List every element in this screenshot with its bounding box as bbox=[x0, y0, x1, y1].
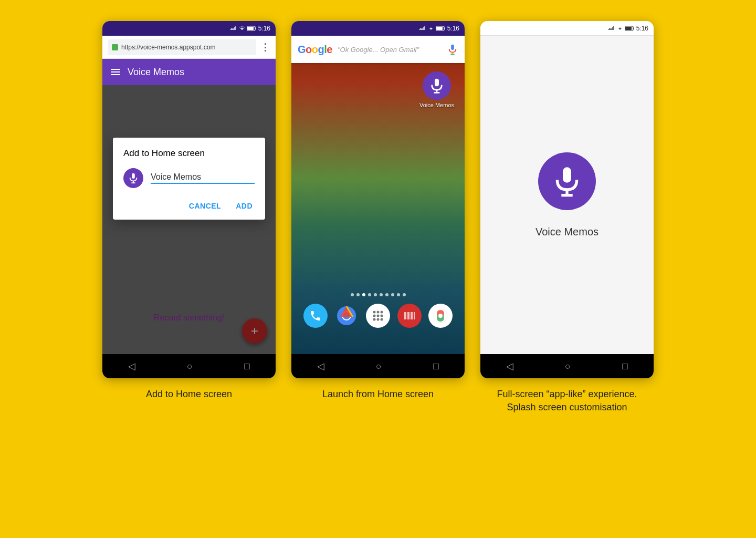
wifi-icon-2 bbox=[428, 26, 434, 31]
status-icons-3 bbox=[608, 26, 634, 31]
chrome-bar: https://voice-memos.appspot.com ⋮ bbox=[102, 36, 276, 59]
dialog-buttons: CANCEL ADD bbox=[123, 199, 255, 213]
menu-dots[interactable]: ⋮ bbox=[260, 43, 270, 52]
dock-phone-icon[interactable] bbox=[303, 304, 328, 328]
svg-rect-11 bbox=[451, 45, 454, 50]
back-button-2[interactable]: ◁ bbox=[317, 360, 324, 372]
signal-icon-2 bbox=[419, 26, 426, 31]
recents-button[interactable]: □ bbox=[244, 361, 250, 372]
svg-rect-30 bbox=[404, 312, 406, 319]
url-text: https://voice-memos.appspot.com bbox=[121, 44, 215, 51]
mic-icon bbox=[128, 172, 139, 184]
home-button-3[interactable]: ○ bbox=[565, 361, 571, 372]
signal-icon-3 bbox=[608, 26, 615, 31]
svg-point-23 bbox=[373, 315, 375, 317]
google-hint: "Ok Google... Open Gmail" bbox=[338, 46, 442, 54]
splash-mic-bg bbox=[538, 152, 596, 210]
phone3: 5:16 Voice Memos bbox=[480, 21, 654, 378]
dot-2 bbox=[356, 293, 360, 296]
google-search-bar[interactable]: Google "Ok Google... Open Gmail" bbox=[291, 36, 465, 63]
svg-point-20 bbox=[373, 311, 375, 314]
phone1-nav-bar: ◁ ○ □ bbox=[102, 354, 276, 378]
home-button-2[interactable]: ○ bbox=[376, 361, 382, 372]
dot-3 bbox=[362, 293, 365, 296]
phone3-container: 5:16 Voice Memos bbox=[480, 21, 654, 414]
svg-marker-36 bbox=[608, 26, 614, 30]
chrome-icon bbox=[336, 305, 357, 326]
svg-rect-3 bbox=[247, 27, 254, 30]
back-button-3[interactable]: ◁ bbox=[506, 360, 513, 372]
phone3-caption: Full-screen “app-like” experience. Splas… bbox=[497, 388, 637, 414]
svg-rect-40 bbox=[563, 167, 571, 182]
dot-6 bbox=[380, 293, 383, 296]
cancel-button[interactable]: CANCEL bbox=[187, 199, 223, 213]
mic-badge bbox=[123, 168, 143, 188]
svg-rect-10 bbox=[436, 27, 443, 30]
svg-point-26 bbox=[373, 318, 375, 321]
phone2-container: 5:16 Google "Ok Google... Open Gmail" bbox=[291, 21, 465, 401]
dialog-input-row: Voice Memos bbox=[123, 168, 255, 188]
lock-icon bbox=[112, 44, 118, 50]
add-to-homescreen-dialog: Add to Home screen bbox=[113, 138, 265, 220]
phone2-caption: Launch from Home screen bbox=[322, 388, 434, 401]
google-mic-icon[interactable] bbox=[447, 44, 458, 55]
phone2-status-bar: 5:16 bbox=[291, 21, 465, 36]
homescreen-icon-label: Voice Memos bbox=[419, 102, 454, 108]
dialog-overlay: Add to Home screen bbox=[102, 85, 276, 354]
dock-video-icon[interactable] bbox=[397, 304, 422, 328]
svg-point-22 bbox=[380, 311, 383, 314]
hamburger-line-3 bbox=[111, 74, 120, 75]
svg-point-25 bbox=[380, 315, 383, 317]
hamburger-icon[interactable] bbox=[111, 69, 120, 75]
svg-rect-2 bbox=[255, 28, 256, 29]
app-name-input[interactable]: Voice Memos bbox=[151, 172, 255, 184]
dock-chrome-icon[interactable] bbox=[334, 304, 359, 328]
phone2: 5:16 Google "Ok Google... Open Gmail" bbox=[291, 21, 465, 378]
input-value: Voice Memos bbox=[151, 172, 201, 181]
homescreen-app-icon[interactable]: Voice Memos bbox=[419, 71, 454, 108]
app-mic-icon bbox=[428, 77, 445, 94]
svg-point-21 bbox=[376, 311, 379, 314]
back-button[interactable]: ◁ bbox=[128, 360, 135, 372]
dot-4 bbox=[368, 293, 371, 296]
wifi-icon-3 bbox=[617, 26, 623, 31]
phone-icon bbox=[309, 309, 322, 322]
phone1-content: Record something! + Add to Home screen bbox=[102, 85, 276, 354]
phone3-content: Voice Memos bbox=[480, 36, 654, 354]
phone3-nav-bar: ◁ ○ □ bbox=[480, 354, 654, 378]
phone1-container: 5:16 https://voice-memos.appspot.com ⋮ V… bbox=[102, 21, 276, 401]
dock-photos-icon[interactable] bbox=[428, 304, 453, 328]
dot-10 bbox=[403, 293, 406, 296]
home-button[interactable]: ○ bbox=[187, 361, 193, 372]
svg-marker-7 bbox=[419, 26, 425, 30]
svg-point-24 bbox=[376, 315, 379, 317]
phone1-time: 5:16 bbox=[258, 25, 270, 32]
phone1-status-bar: 5:16 bbox=[102, 21, 276, 36]
svg-rect-33 bbox=[414, 312, 415, 319]
splash-bg: Voice Memos bbox=[480, 36, 654, 354]
phone2-content: Google "Ok Google... Open Gmail" bbox=[291, 36, 465, 354]
app-dock bbox=[291, 304, 465, 328]
video-icon bbox=[403, 311, 416, 321]
dot-7 bbox=[385, 293, 388, 296]
svg-rect-4 bbox=[132, 173, 135, 179]
svg-point-27 bbox=[376, 318, 379, 321]
status-icons bbox=[230, 26, 256, 31]
phones-row: 5:16 https://voice-memos.appspot.com ⋮ V… bbox=[32, 21, 724, 414]
wifi-icon bbox=[239, 26, 245, 31]
apps-grid-icon bbox=[372, 310, 384, 322]
dot-8 bbox=[391, 293, 394, 296]
phone1-caption: Add to Home screen bbox=[146, 388, 232, 401]
dock-apps-icon[interactable] bbox=[366, 304, 390, 328]
recents-button-3[interactable]: □ bbox=[622, 361, 628, 372]
dialog-title: Add to Home screen bbox=[123, 148, 255, 159]
add-button[interactable]: ADD bbox=[234, 199, 255, 213]
svg-rect-31 bbox=[407, 312, 410, 319]
recents-button-2[interactable]: □ bbox=[433, 361, 439, 372]
dot-9 bbox=[397, 293, 400, 296]
homescreen-icon-bg bbox=[423, 71, 451, 100]
dot-5 bbox=[374, 293, 377, 296]
status-icons-2 bbox=[419, 26, 445, 31]
hamburger-line-2 bbox=[111, 71, 120, 73]
address-bar[interactable]: https://voice-memos.appspot.com bbox=[108, 39, 256, 55]
